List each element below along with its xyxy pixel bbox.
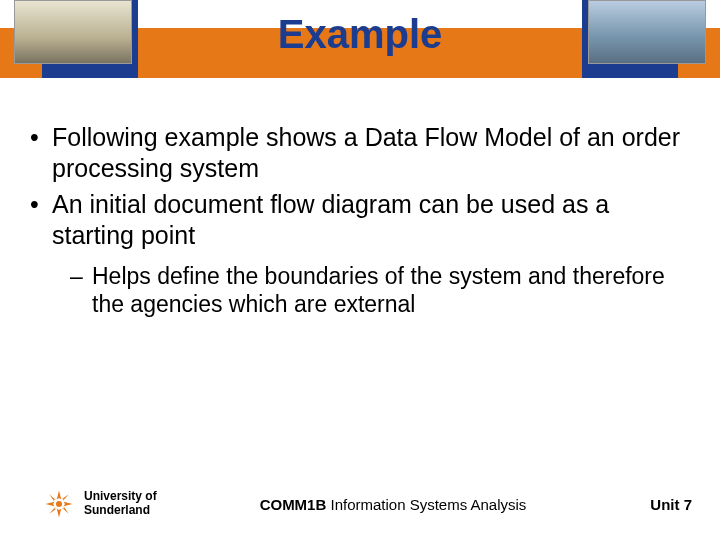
unit-label: Unit 7	[612, 496, 692, 513]
university-logo-icon	[44, 489, 74, 519]
university-line1: University of	[84, 490, 174, 504]
slide-content: Following example shows a Data Flow Mode…	[0, 78, 720, 318]
course-name: Information Systems Analysis	[326, 496, 526, 513]
course-label: COMM1B Information Systems Analysis	[174, 496, 612, 513]
bullet-item: An initial document flow diagram can be …	[28, 189, 692, 318]
university-name: University of Sunderland	[84, 490, 174, 518]
bullet-item: Following example shows a Data Flow Mode…	[28, 122, 692, 183]
slide-header: Example	[0, 0, 720, 78]
slide-footer: University of Sunderland COMM1B Informat…	[0, 482, 720, 526]
slide-title: Example	[0, 12, 720, 57]
sub-bullet-list: Helps define the boundaries of the syste…	[70, 262, 692, 318]
university-line2: Sunderland	[84, 504, 174, 518]
bullet-list: Following example shows a Data Flow Mode…	[28, 122, 692, 318]
svg-point-0	[56, 501, 62, 507]
course-code: COMM1B	[260, 496, 327, 513]
sub-bullet-item: Helps define the boundaries of the syste…	[70, 262, 692, 318]
bullet-text: An initial document flow diagram can be …	[52, 190, 609, 249]
